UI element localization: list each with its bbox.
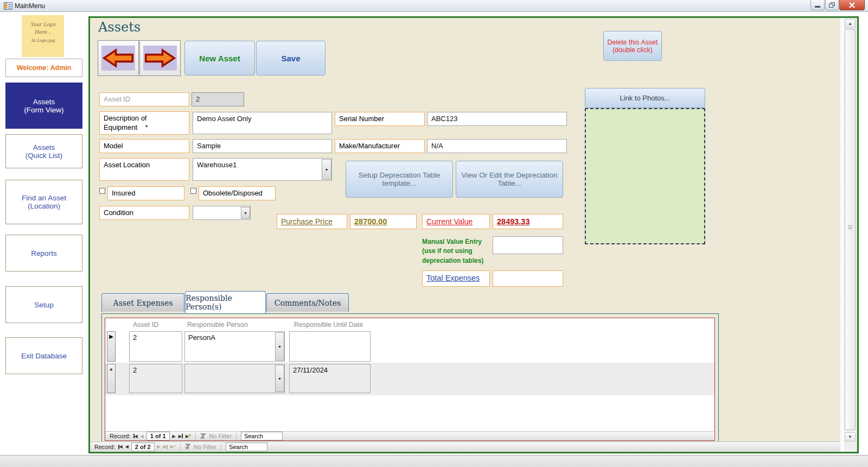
new-asset-button[interactable]: New Asset bbox=[184, 41, 255, 75]
asset-id-field: 2 bbox=[192, 92, 244, 106]
divider bbox=[236, 433, 237, 440]
new-record-icon: * bbox=[110, 366, 113, 375]
sidebar-item-assets-form-view[interactable]: Assets (Form View) bbox=[5, 83, 82, 129]
total-expenses-label: Total Expenses bbox=[422, 270, 490, 287]
record-label: Record: bbox=[94, 444, 116, 450]
model-field[interactable]: Sample bbox=[193, 139, 332, 153]
chevron-up-icon: ▲ bbox=[848, 21, 852, 26]
manual-value-field[interactable] bbox=[493, 236, 563, 254]
no-filter-label[interactable]: No Filter bbox=[194, 444, 216, 450]
chevron-down-icon: ▼ bbox=[325, 168, 329, 172]
row-selector-new[interactable]: * bbox=[107, 364, 116, 393]
new-record-button[interactable]: ▶* bbox=[170, 444, 176, 450]
first-record-button[interactable]: ◀ bbox=[118, 444, 123, 449]
new-record-button[interactable]: ▶* bbox=[186, 433, 191, 439]
purchase-price-field[interactable]: 28700.00 bbox=[350, 214, 417, 229]
next-record-button[interactable] bbox=[139, 40, 181, 76]
scroll-down-button[interactable]: ▼ bbox=[845, 432, 856, 441]
next-record-nav-button[interactable]: ▶ bbox=[157, 444, 161, 449]
next-record-nav-button[interactable]: ▶ bbox=[173, 434, 176, 439]
sidebar-item-reports[interactable]: Reports bbox=[5, 235, 82, 272]
purchase-price-label: Purchase Price bbox=[277, 214, 347, 229]
asset-location-label: Asset Location bbox=[99, 158, 189, 181]
asset-location-combo[interactable]: Warehouse1 bbox=[193, 158, 332, 181]
logo-line2: Here... bbox=[22, 29, 64, 35]
save-button[interactable]: Save bbox=[256, 41, 326, 75]
subform-search-input[interactable]: Search bbox=[241, 432, 283, 440]
make-manufacturer-field[interactable]: N/A bbox=[427, 139, 567, 153]
table-row2-until-date[interactable]: 27/11/2024 bbox=[289, 364, 371, 393]
insured-label: Insured bbox=[107, 186, 184, 200]
window-bottom-frame bbox=[0, 455, 868, 467]
last-record-button[interactable]: ▶ bbox=[178, 434, 183, 439]
column-header-responsible-until-date: Responsible Until Date bbox=[294, 321, 363, 329]
serial-number-field[interactable]: ABC123 bbox=[427, 112, 567, 126]
total-expenses-field[interactable] bbox=[493, 270, 563, 287]
serial-number-label: Serial Number bbox=[335, 112, 425, 126]
table-row2-person-combo[interactable] bbox=[184, 364, 285, 393]
divider bbox=[195, 433, 196, 440]
link-to-photos-button[interactable]: Link to Photos... bbox=[585, 88, 705, 108]
column-header-asset-id: Asset ID bbox=[133, 321, 158, 329]
purchase-price-value: 28700.00 bbox=[354, 217, 387, 226]
record-position[interactable]: 2 of 2 bbox=[131, 443, 155, 451]
scroll-up-button[interactable]: ▲ bbox=[845, 19, 856, 28]
table-row2-asset-id[interactable]: 2 bbox=[129, 364, 182, 393]
previous-record-nav-button[interactable]: ◀ bbox=[125, 444, 129, 449]
condition-dropdown-button[interactable]: ▼ bbox=[241, 207, 250, 219]
photo-drop-area[interactable] bbox=[585, 108, 705, 244]
logo-placeholder: Your Logo Here... In Logo.jpg bbox=[22, 15, 64, 57]
delete-asset-button[interactable]: Delete this Asset (double click) bbox=[603, 31, 662, 61]
access-form-icon bbox=[4, 2, 12, 10]
tab-comments-notes[interactable]: Comments/Notes bbox=[266, 293, 349, 312]
previous-arrow-icon bbox=[101, 46, 135, 71]
description-field[interactable]: Demo Asset Only bbox=[193, 112, 332, 134]
scrollbar-thumb[interactable] bbox=[845, 29, 856, 430]
table-row1-person-combo[interactable]: PersonA bbox=[184, 331, 285, 362]
filter-icon bbox=[185, 444, 191, 450]
chevron-down-icon: ▼ bbox=[278, 345, 282, 349]
previous-record-nav-button[interactable]: ◀ bbox=[141, 434, 144, 439]
row1-person-dropdown-button[interactable]: ▼ bbox=[275, 332, 284, 361]
previous-record-button[interactable] bbox=[98, 40, 139, 76]
sidebar-item-setup[interactable]: Setup bbox=[5, 286, 82, 323]
window-title: MainMenu bbox=[15, 2, 45, 10]
subform-record-nav: Record: ◀ ◀ 1 of 1 ▶ ▶ ▶* No Filter Sear… bbox=[105, 431, 714, 440]
table-row1-until-date[interactable] bbox=[289, 331, 371, 362]
purchase-price-label-text: Purchase Price bbox=[281, 217, 333, 226]
row2-person-dropdown-button[interactable]: ▼ bbox=[275, 365, 284, 392]
insured-checkbox[interactable] bbox=[99, 188, 105, 194]
tab-asset-expenses[interactable]: Asset Expenses bbox=[101, 293, 184, 312]
last-record-button[interactable]: ▶ bbox=[163, 444, 168, 449]
current-value-label-text: Current Value bbox=[426, 217, 473, 226]
column-header-responsible-person: Responsible Person bbox=[187, 321, 248, 329]
page-title: Assets bbox=[98, 20, 141, 35]
current-value-field[interactable]: 28493.33 bbox=[493, 214, 563, 229]
main-search-input[interactable]: Search bbox=[226, 443, 267, 451]
row-selector-current[interactable]: ▶ bbox=[107, 331, 116, 362]
obsolete-checkbox[interactable] bbox=[190, 188, 196, 194]
minimize-icon bbox=[815, 6, 820, 8]
description-label: Description of Equipment * bbox=[99, 111, 189, 135]
first-record-button[interactable]: ◀ bbox=[133, 434, 138, 439]
filter-icon bbox=[200, 433, 206, 439]
setup-depreciation-button[interactable]: Setup Depreciation Table template... bbox=[346, 161, 453, 198]
view-depreciation-button[interactable]: View Or Edit the Depreciation Table... bbox=[456, 161, 563, 198]
record-position[interactable]: 1 of 1 bbox=[146, 432, 170, 440]
close-button[interactable] bbox=[839, 0, 865, 10]
close-icon bbox=[849, 2, 855, 8]
table-row1-asset-id[interactable]: 2 bbox=[129, 331, 182, 362]
no-filter-label[interactable]: No Filter bbox=[209, 433, 232, 439]
current-value-value: 28493.33 bbox=[497, 217, 529, 226]
minimize-button[interactable] bbox=[810, 0, 825, 10]
sidebar-item-find-an-asset[interactable]: Find an Asset (Location) bbox=[5, 180, 82, 224]
tab-responsible-persons[interactable]: Responsible Person(s) bbox=[185, 291, 266, 313]
model-label: Model bbox=[99, 139, 189, 153]
asset-location-dropdown-button[interactable]: ▼ bbox=[322, 159, 331, 180]
current-value-label: Current Value bbox=[422, 214, 490, 229]
condition-label: Condition bbox=[99, 206, 189, 220]
sidebar-item-exit-database[interactable]: Exit Database bbox=[5, 337, 82, 374]
sidebar-item-assets-quick-list[interactable]: Assets (Quick List) bbox=[5, 134, 82, 168]
restore-button[interactable] bbox=[825, 0, 839, 10]
total-expenses-label-text: Total Expenses bbox=[426, 274, 480, 282]
